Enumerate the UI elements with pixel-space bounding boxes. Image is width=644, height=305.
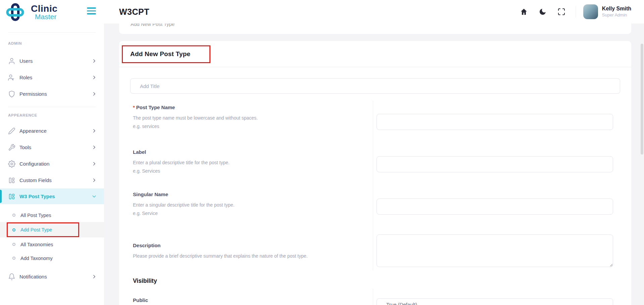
chevron-right-icon [92,91,97,96]
label-input[interactable] [377,156,613,172]
layout-blocks-icon [8,177,15,184]
visibility-section: Visibility [130,270,620,289]
sidebar-item-appearence[interactable]: Appearence [0,123,104,139]
singular-name-input[interactable] [377,199,613,215]
user-name: Kelly Smith [602,6,631,12]
sidebar-item-label: Notifications [19,274,47,279]
form-row-label: Label Enter a plural descriptive title f… [130,143,620,186]
description-textarea[interactable] [377,234,613,267]
user-check-icon [8,74,15,81]
public-select[interactable]: True (Default) [377,298,613,305]
field-input-cell [373,143,620,186]
field-description: The post type name must be lowercase and… [133,115,373,121]
sidebar-divider [8,107,96,107]
bell-icon [8,273,15,280]
form-row-description: Description Please provide a brief descr… [130,232,620,270]
appearance-nav-group: Appearence Tools Configuration Custom Fi… [0,123,104,285]
field-description: Please provide a brief descriptive summa… [133,253,373,259]
sidebar-subitem-label: Add Taxonomy [20,256,53,261]
chevron-down-icon [92,194,97,199]
field-example: e.g. Services [133,168,373,174]
required-asterisk: * [133,104,135,110]
field-description: Enter a plural descriptive title for the… [133,160,373,165]
visibility-heading: Visibility [133,277,620,285]
field-description: Enter a singular descriptive title for t… [133,202,373,208]
field-label: Singular Name [133,191,373,198]
field-input-cell [373,232,620,270]
sidebar-subitem-add-taxonomy[interactable]: Add Taxonomy [0,251,104,265]
clinic-master-logo-icon[interactable] [5,2,25,22]
dark-mode-moon-icon[interactable] [539,8,547,16]
field-label: Description [133,242,373,249]
sidebar-subitem-add-post-type[interactable]: Add Post Type [0,222,104,237]
form-row-singular-name: Singular Name Enter a singular descripti… [130,186,620,232]
form-row-post-type-name: *Post Type Name The post type name must … [130,101,620,143]
card-body: *Post Type Name The post type name must … [119,67,631,305]
sidebar-section-appearance: APPEARENCE [8,113,104,118]
main-content: Add New Post Type Add New Post Type *Pos… [104,24,644,305]
chevron-right-icon [92,161,97,166]
sidebar-section-admin: ADMIN [8,41,104,46]
sidebar-subitem-label: All Taxonomies [20,242,53,247]
chevron-right-icon [92,58,97,63]
home-icon[interactable] [520,8,528,16]
field-input-cell [373,186,620,232]
fullscreen-icon[interactable] [557,8,565,16]
sidebar-item-notifications[interactable]: Notifications [0,268,104,285]
gear-icon [8,160,15,168]
field-info: *Post Type Name The post type name must … [130,101,373,143]
sidebar-item-permissions[interactable]: Permissions [0,86,104,102]
bullet-icon [12,243,15,246]
add-post-type-card: Add New Post Type *Post Type Name The po… [119,41,631,305]
sidebar-item-label: Configuration [19,161,49,167]
layout-blocks-icon [8,193,15,200]
sidebar-item-tools[interactable]: Tools [0,139,104,156]
sidebar-item-w3-post-types[interactable]: W3 Post Types [0,188,104,204]
bullet-icon [12,257,15,260]
sidebar-item-label: Users [19,58,33,64]
form-row-public: Public True (Default) [130,289,620,305]
field-label: *Post Type Name [133,104,373,111]
sidebar-item-label: Tools [19,144,31,150]
header-actions: Kelly Smith Super Admin [509,4,631,19]
sidebar-subitem-all-taxonomies[interactable]: All Taxonomies [0,237,104,251]
sidebar-subitem-all-post-types[interactable]: All Post Types [0,208,104,222]
chevron-right-icon [92,75,97,80]
card-title: Add New Post Type [130,50,190,58]
sidebar-subitem-label: Add Post Type [20,227,52,232]
scrollbar-thumb[interactable] [641,44,643,155]
page-title: W3CPT [119,7,149,17]
field-example: e.g. services [133,124,373,129]
chevron-right-icon [92,128,97,133]
chevron-right-icon [92,178,97,183]
sidebar-toggle-hamburger-icon[interactable] [87,7,96,16]
sidebar-item-users[interactable]: Users [0,53,104,69]
field-label: Public [133,297,373,303]
sidebar-logo-divider [8,32,96,33]
scrolled-breadcrumb-card: Add New Post Type [119,24,631,34]
field-example: e.g. Service [133,211,373,216]
header-divider [576,6,576,17]
post-type-name-input[interactable] [377,114,613,130]
sidebar-subitem-label: All Post Types [20,213,51,218]
field-label: Label [133,149,373,155]
logo-row: Clinic Master [0,0,104,32]
sidebar-item-roles[interactable]: Roles [0,69,104,86]
sidebar-item-label: Permissions [19,91,47,97]
user-role: Super Admin [602,13,631,18]
chevron-right-icon [92,145,97,150]
field-input-cell [373,101,620,143]
field-info: Description Please provide a brief descr… [130,232,373,270]
bullet-icon [12,214,15,217]
field-input-cell: True (Default) [373,289,620,305]
user-info[interactable]: Kelly Smith Super Admin [602,6,631,18]
avatar[interactable] [583,4,598,19]
field-info: Label Enter a plural descriptive title f… [130,143,373,186]
sidebar-item-custom-fields[interactable]: Custom Fields [0,172,104,188]
brand-text[interactable]: Clinic Master [31,3,57,21]
app-root: W3CPT Kelly Smith Super Admin Clinic Mas… [0,0,644,305]
public-select-value: True (Default) [386,302,417,305]
sidebar-item-configuration[interactable]: Configuration [0,156,104,172]
breadcrumb-title: Add New Post Type [131,24,631,27]
add-title-input[interactable] [130,78,620,94]
